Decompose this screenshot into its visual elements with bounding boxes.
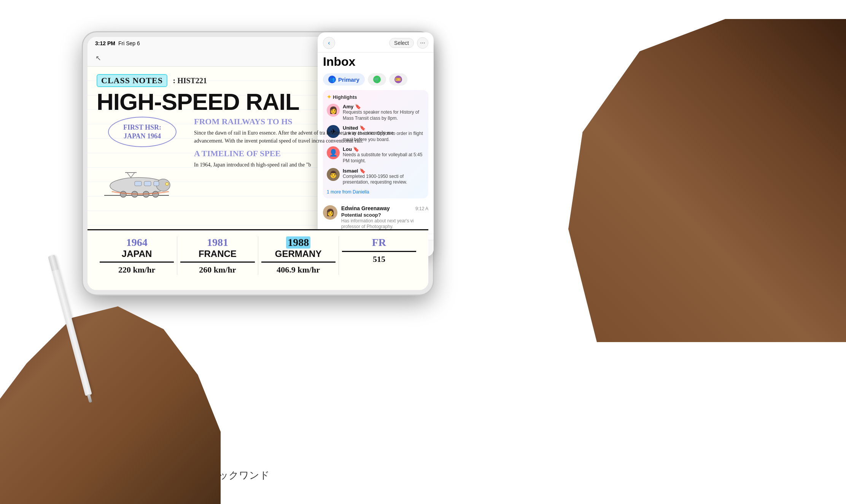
- mail-subject-edwina: Potential scoop?: [341, 212, 428, 218]
- hsr-bubble-text: FIRST HSR: JAPAN 1964: [123, 123, 161, 141]
- note-right-col: FROM RAILWAYS TO HS Since the dawn of ra…: [194, 117, 419, 206]
- note-subtitle: : HIST221: [173, 76, 207, 85]
- note-body-text: Since the dawn of rail in Euro essence. …: [194, 129, 419, 145]
- timeline-entry-japan: 1964 JAPAN 220 km/hr: [97, 236, 177, 275]
- notes-content: CLAsS NOTES : HIST221 HIGH-SPEED RAIL HI…: [87, 67, 428, 290]
- timeline-entry-germany: 1988 GERMANY 406.9 km/hr: [258, 236, 339, 275]
- note-left-col: FIRST HSR: JAPAN 1964: [97, 117, 188, 206]
- timeline-intro-text: In 1964, Japan introduced th high-speed …: [194, 161, 419, 169]
- svg-rect-5: [154, 181, 159, 186]
- svg-point-6: [120, 191, 126, 197]
- mail-more-button[interactable]: ···: [417, 37, 428, 49]
- timeline-entry-france2: FR 515: [339, 236, 419, 264]
- note-main-title: HIGH-SPEED RAIL: [97, 90, 419, 114]
- note-columns: FIRST HSR: JAPAN 1964: [97, 117, 419, 206]
- note-title-area: CLAsS NOTES : HIST221: [97, 74, 419, 87]
- mail-select-button[interactable]: Select: [389, 38, 414, 48]
- timeline-section: 1964 JAPAN 220 km/hr 1981 FRANCE 260 km/…: [87, 229, 428, 290]
- status-time: 3:12 PM: [95, 40, 115, 46]
- timeline-year-1988: 1988: [286, 236, 310, 249]
- timeline-year-1964: 1964: [100, 236, 174, 249]
- hsr-bubble: FIRST HSR: JAPAN 1964: [108, 117, 177, 147]
- mail-header: ‹ Select ···: [318, 32, 434, 52]
- svg-rect-3: [135, 181, 142, 186]
- timeline-year-fr: FR: [342, 236, 416, 249]
- mail-back-button[interactable]: ‹: [323, 37, 335, 49]
- timeline-speed-japan: 220 km/hr: [100, 265, 174, 275]
- mail-inbox-title: Inbox: [318, 52, 434, 73]
- mail-avatar-edwina: 👩: [323, 205, 337, 220]
- mail-item-content-edwina: Edwina Greenaway 9:12 A Potential scoop?…: [341, 205, 428, 230]
- svg-point-13: [165, 182, 169, 185]
- left-hand: [0, 284, 221, 504]
- mail-preview-edwina: Has information about next year's vi pro…: [341, 218, 428, 230]
- timeline-speed-france: 260 km/hr: [180, 265, 254, 275]
- right-hand: [568, 19, 846, 342]
- from-railways-title: FROM RAILWAYS TO HS: [194, 117, 419, 127]
- mail-time-edwina: 9:12 A: [415, 206, 428, 211]
- class-notes-badge: CLAsS NOTES: [97, 74, 167, 87]
- status-date: Fri Sep 6: [118, 40, 140, 46]
- train-illustration: [97, 152, 188, 203]
- timeline-section-title: A TIMELINE OF SPEE: [194, 149, 419, 158]
- mail-item-header-edwina: Edwina Greenaway 9:12 A: [341, 205, 428, 211]
- svg-line-10: [127, 173, 131, 178]
- timeline-country-germany: GERMANY: [261, 249, 336, 259]
- timeline-country-france: FRANCE: [180, 249, 254, 259]
- timeline-year-1981: 1981: [180, 236, 254, 249]
- mail-sender-edwina: Edwina Greenaway: [341, 205, 390, 211]
- svg-line-11: [131, 173, 135, 178]
- timeline-speed-fr: 515: [342, 254, 416, 264]
- svg-rect-4: [144, 181, 151, 186]
- timeline-country-japan: JAPAN: [100, 249, 174, 259]
- ipad-screen: 3:12 PM Fri Sep 6 ↖ Aa ≡⚫ ⊞ 📷 CLAsS NOTE…: [87, 37, 428, 290]
- cursor-icon[interactable]: ↖: [94, 54, 103, 63]
- timeline-entry-france: 1981 FRANCE 260 km/hr: [177, 236, 258, 275]
- timeline-speed-germany: 406.9 km/hr: [261, 265, 336, 275]
- svg-point-9: [153, 191, 159, 197]
